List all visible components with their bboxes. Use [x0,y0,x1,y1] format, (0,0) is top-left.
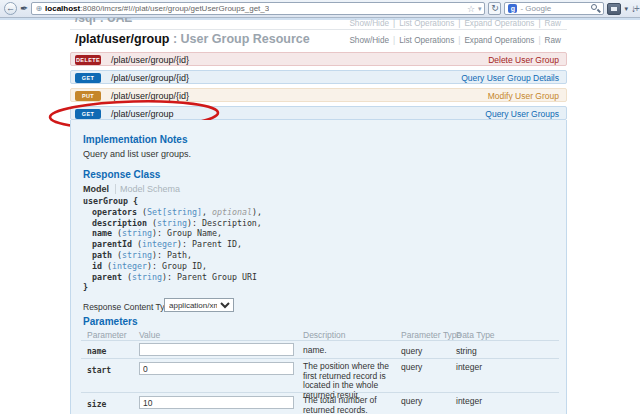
model-footer: } [83,282,262,293]
url-dropdown-icon[interactable]: ▾ [478,5,482,13]
model-property: operators (Set[string], optional), [83,207,262,218]
parameters-title: Parameters [83,316,137,327]
clipped-resource-header: /sqf : UAE Show/Hide|List Operations|Exp… [70,18,567,28]
tiles-icon[interactable] [607,3,621,15]
table-row-divider [81,358,559,359]
url-host: localhost [45,4,80,13]
link-list-operations[interactable]: List Operations [399,36,454,45]
param-description: The total number of returned records. [303,396,403,414]
param-type: query [401,346,422,356]
method-badge-put: PUT [75,91,101,101]
model-property: name (string): Group Name, [83,228,262,239]
link-raw[interactable]: Raw [545,36,561,45]
col-header-data-type: Data Type [456,330,495,340]
implementation-notes-title: Implementation Notes [83,134,187,145]
search-icon[interactable] [591,4,600,13]
model-property: parentId (integer): Parent ID, [83,239,262,250]
quill-icon[interactable]: ✒ [20,2,28,15]
resource-title: : User Group Resource [169,32,309,46]
method-badge-get: GET [75,109,101,119]
col-header-parameter-type: Parameter Type [401,330,461,340]
resource-heading[interactable]: /plat/user/group : User Group Resource [75,32,310,46]
operation-summary[interactable]: Delete User Group [488,53,559,67]
resource-header: /plat/user/group : User Group Resource S… [70,32,567,48]
param-name: size [87,400,106,409]
response-content-type-label: Response Content Type [83,302,174,312]
link-raw[interactable]: Raw [545,19,561,28]
operation-row-get-list[interactable]: GET /plat/user/group Query User Groups [70,106,567,120]
param-name: name [87,347,106,356]
implementation-notes-text: Query and list user groups. [83,149,191,159]
col-header-parameter: Parameter [87,330,127,340]
resource-links: Show/Hide|List Operations|Expand Operati… [349,36,561,45]
operation-detail-panel: Implementation Notes Query and list user… [70,120,567,414]
operation-summary[interactable]: Query User Groups [485,107,559,121]
url-path: :8080/imcrs/#!//plat/user/group/getUserG… [80,4,269,13]
tab-model[interactable]: Model [83,184,116,194]
section-divider [70,29,567,30]
operation-path[interactable]: /plat/user/group/{id} [111,53,189,67]
operation-path[interactable]: /plat/user/group/{id} [111,71,189,85]
param-value-input[interactable] [139,362,294,375]
bookmark-star-icon[interactable]: ☆ [467,4,475,14]
response-content-type-select[interactable]: application/xml [164,298,234,312]
link-expand-operations[interactable]: Expand Operations [464,19,534,28]
browser-toolbar: ← ✒ ⊕ localhost:8080/imcrs/#!//plat/user… [0,0,640,18]
url-text[interactable]: localhost:8080/imcrs/#!//plat/user/group… [45,4,269,13]
operation-row-put[interactable]: PUT /plat/user/group/{id} Modify User Gr… [70,88,567,102]
param-type: query [401,396,422,406]
param-name: start [87,366,111,375]
model-property: description (string): Description, [83,218,262,229]
method-badge-delete: DELETE [75,55,101,65]
back-button[interactable]: ← [4,2,17,15]
param-data-type: integer [456,396,482,406]
operation-path[interactable]: /plat/user/group/{id} [111,89,189,103]
search-engine-label: - Google [520,4,551,13]
param-data-type: integer [456,362,482,372]
operation-row-delete[interactable]: DELETE /plat/user/group/{id} Delete User… [70,52,567,66]
clipped-resource-links: Show/Hide|List Operations|Expand Operati… [349,19,561,28]
col-header-value: Value [139,330,160,340]
param-data-type: string [456,346,477,356]
param-description: name. [303,346,403,356]
link-list-operations[interactable]: List Operations [399,19,454,28]
link-expand-operations[interactable]: Expand Operations [464,36,534,45]
response-class-title: Response Class [83,169,160,180]
param-value-input[interactable] [139,396,294,409]
link-show-hide[interactable]: Show/Hide [349,36,389,45]
operation-summary[interactable]: Modify User Group [488,89,559,103]
site-identity-icon[interactable]: ⊕ [35,3,42,14]
col-header-description: Description [303,330,346,340]
param-value-input[interactable] [139,343,294,356]
model-property: id (integer): Group ID, [83,261,262,272]
model-header: userGroup { [83,196,262,207]
google-icon[interactable]: g [508,4,517,13]
model-tabs: ModelModel Schema [83,184,180,194]
tab-model-schema[interactable]: Model Schema [116,184,180,194]
model-signature: userGroup { operators (Set[string], opti… [83,196,262,293]
link-show-hide[interactable]: Show/Hide [349,19,389,28]
operation-path[interactable]: /plat/user/group [111,107,174,121]
url-bar[interactable]: ⊕ localhost:8080/imcrs/#!//plat/user/gro… [31,2,485,15]
screenshot-root: ← ✒ ⊕ localhost:8080/imcrs/#!//plat/user… [0,0,640,414]
clipped-resource-heading: /sqf : UAE [75,18,132,25]
method-badge-get: GET [75,73,101,83]
reload-button[interactable]: ↻ [488,2,501,15]
search-box[interactable]: g - Google [504,2,604,15]
table-row-divider [81,392,559,393]
model-property: parent (string): Parent Group URI [83,272,262,283]
param-type: query [401,362,422,372]
model-property: path (string): Path, [83,250,262,261]
clipped-toolbar-icon[interactable]: + [634,3,640,15]
tiles-caret-icon[interactable]: ▾ [624,2,628,15]
operation-summary[interactable]: Query User Group Details [461,71,559,85]
table-header-divider [81,340,559,341]
operation-row-get-details[interactable]: GET /plat/user/group/{id} Query User Gro… [70,70,567,84]
